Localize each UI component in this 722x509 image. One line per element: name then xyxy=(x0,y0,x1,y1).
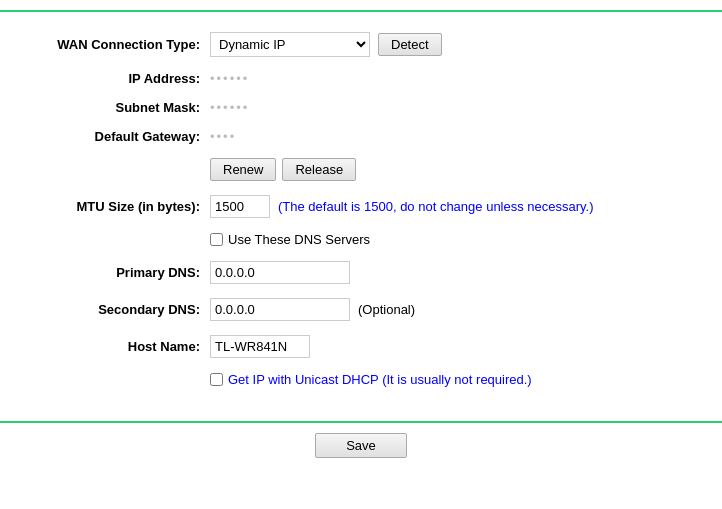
release-button[interactable]: Release xyxy=(282,158,356,181)
detect-button[interactable]: Detect xyxy=(378,33,442,56)
secondary-dns-input[interactable] xyxy=(210,298,350,321)
mtu-label: MTU Size (in bytes): xyxy=(10,199,210,214)
ip-address-value: •••••• xyxy=(210,71,249,86)
mtu-hint: (The default is 1500, do not change unle… xyxy=(278,199,594,214)
unicast-label: Get IP with Unicast DHCP (It is usually … xyxy=(228,372,532,387)
default-gateway-row: Default Gateway: •••• xyxy=(10,129,712,144)
host-name-input[interactable] xyxy=(210,335,310,358)
renew-button[interactable]: Renew xyxy=(210,158,276,181)
mtu-row: MTU Size (in bytes): (The default is 150… xyxy=(10,195,712,218)
secondary-dns-row: Secondary DNS: (Optional) xyxy=(10,298,712,321)
subnet-mask-label: Subnet Mask: xyxy=(10,100,210,115)
mtu-input[interactable] xyxy=(210,195,270,218)
subnet-mask-row: Subnet Mask: •••••• xyxy=(10,100,712,115)
wan-connection-type-row: WAN Connection Type: Dynamic IP Static I… xyxy=(10,32,712,57)
subnet-mask-value: •••••• xyxy=(210,100,249,115)
primary-dns-input[interactable] xyxy=(210,261,350,284)
save-button[interactable]: Save xyxy=(315,433,407,458)
save-row: Save xyxy=(0,433,722,458)
host-name-label: Host Name: xyxy=(10,339,210,354)
renew-release-row: Renew Release xyxy=(10,158,712,181)
secondary-dns-label: Secondary DNS: xyxy=(10,302,210,317)
unicast-dhcp-checkbox[interactable] xyxy=(210,373,223,386)
wan-connection-type-label: WAN Connection Type: xyxy=(10,37,210,52)
default-gateway-label: Default Gateway: xyxy=(10,129,210,144)
primary-dns-label: Primary DNS: xyxy=(10,265,210,280)
use-dns-label: Use These DNS Servers xyxy=(228,232,370,247)
primary-dns-row: Primary DNS: xyxy=(10,261,712,284)
use-dns-checkbox[interactable] xyxy=(210,233,223,246)
ip-address-label: IP Address: xyxy=(10,71,210,86)
host-name-row: Host Name: xyxy=(10,335,712,358)
unicast-dhcp-row: Get IP with Unicast DHCP (It is usually … xyxy=(10,372,712,387)
use-dns-row: Use These DNS Servers xyxy=(10,232,712,247)
ip-address-row: IP Address: •••••• xyxy=(10,71,712,86)
wan-connection-type-select[interactable]: Dynamic IP Static IP PPPoE L2TP PPTP xyxy=(210,32,370,57)
default-gateway-value: •••• xyxy=(210,129,236,144)
main-form: WAN Connection Type: Dynamic IP Static I… xyxy=(0,10,722,423)
optional-label: (Optional) xyxy=(358,302,415,317)
